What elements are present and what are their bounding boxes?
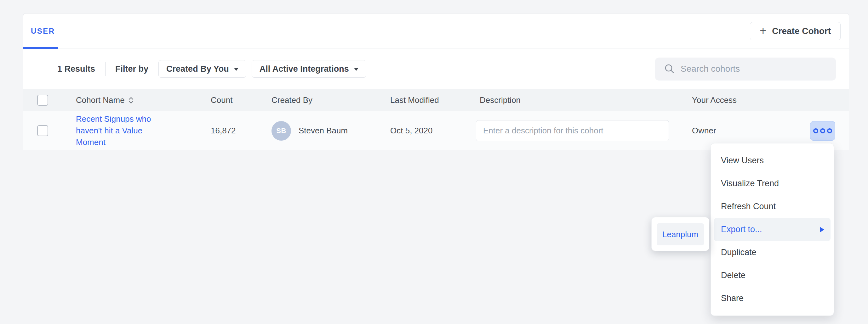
tab-bar: USER + Create Cohort — [23, 13, 849, 48]
select-all-checkbox[interactable] — [37, 95, 48, 106]
vertical-divider — [105, 62, 105, 76]
column-header-cohort-name[interactable]: Cohort Name — [76, 95, 125, 105]
chevron-down-icon — [234, 68, 239, 71]
access-value: Owner — [692, 126, 787, 136]
cohort-name-link[interactable]: Recent Signups who haven't hit a Value M… — [76, 113, 156, 148]
menu-item-share[interactable]: Share — [711, 287, 834, 310]
menu-item-export-to[interactable]: Export to... — [714, 218, 831, 241]
menu-item-refresh-count[interactable]: Refresh Count — [711, 195, 834, 218]
submenu-arrow-icon — [820, 227, 824, 232]
results-count: 1 Results — [57, 64, 95, 74]
table-header-row: Cohort Name Count Created By Last Modifi… — [23, 89, 849, 111]
column-header-created-by: Created By — [272, 95, 390, 105]
row-actions-button[interactable] — [810, 121, 835, 141]
row-checkbox[interactable] — [37, 125, 48, 136]
filter-by-label: Filter by — [115, 64, 148, 74]
column-header-last-modified: Last Modified — [390, 95, 476, 105]
menu-item-duplicate[interactable]: Duplicate — [711, 241, 834, 264]
ellipsis-icon — [813, 128, 818, 133]
description-input[interactable] — [476, 120, 669, 141]
active-tab-underline — [23, 47, 58, 49]
menu-item-visualize-trend[interactable]: Visualize Trend — [711, 172, 834, 195]
tab-user-label: USER — [31, 27, 55, 36]
submenu-item-leanplum[interactable]: Leanplum — [657, 223, 704, 245]
filter-bar: 1 Results Filter by Created By You All A… — [23, 48, 849, 89]
avatar-initials: SB — [276, 127, 286, 135]
tab-user[interactable]: USER — [23, 13, 58, 48]
plus-icon: + — [760, 25, 766, 36]
search-box — [655, 58, 836, 80]
created-by-dropdown-label: Created By You — [166, 64, 229, 74]
column-header-your-access: Your Access — [692, 95, 787, 105]
chevron-down-icon — [354, 68, 359, 71]
menu-item-view-users[interactable]: View Users — [711, 149, 834, 172]
search-icon — [664, 64, 675, 74]
column-header-count: Count — [211, 95, 272, 105]
sort-icon[interactable] — [128, 96, 134, 105]
menu-item-delete[interactable]: Delete — [711, 264, 834, 287]
column-header-description: Description — [476, 95, 692, 105]
menu-item-export-to-label: Export to... — [721, 225, 762, 235]
cohort-count: 16,872 — [211, 126, 272, 136]
integrations-dropdown-label: All Active Integrations — [259, 64, 349, 74]
export-submenu: Leanplum — [651, 217, 709, 251]
last-modified-date: Oct 5, 2020 — [390, 126, 476, 136]
ellipsis-icon — [827, 128, 832, 133]
created-by-dropdown[interactable]: Created By You — [158, 60, 246, 78]
ellipsis-icon — [820, 128, 825, 133]
cohorts-panel: USER + Create Cohort 1 Results Filter by… — [23, 13, 849, 150]
row-context-menu: View Users Visualize Trend Refresh Count… — [711, 143, 834, 316]
create-cohort-label: Create Cohort — [772, 26, 831, 36]
create-cohort-button[interactable]: + Create Cohort — [750, 22, 841, 40]
integrations-dropdown[interactable]: All Active Integrations — [252, 60, 366, 78]
creator-name: Steven Baum — [299, 126, 348, 136]
search-input[interactable] — [681, 64, 828, 74]
avatar: SB — [272, 121, 291, 141]
